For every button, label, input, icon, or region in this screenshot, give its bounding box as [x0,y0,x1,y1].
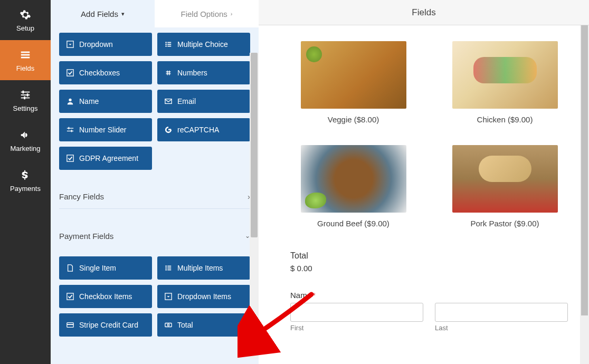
svg-rect-31 [67,293,73,300]
field-recaptcha[interactable]: reCAPTCHA [157,118,250,141]
field-multiple-choice[interactable]: Multiple Choice [157,33,250,56]
list-ul-icon [165,264,172,272]
tab-label: Field Options [180,9,227,18]
product-label: Veggie ($8.00) [328,115,379,124]
name-field: Name* First Last [290,291,568,332]
svg-rect-21 [69,127,70,129]
svg-rect-13 [167,44,171,45]
svg-rect-30 [167,270,171,271]
field-checkboxes[interactable]: Checkboxes [59,61,152,84]
field-single-item[interactable]: Single Item [59,256,152,280]
product-label: Ground Beef ($9.00) [317,219,390,228]
last-name-input[interactable] [435,303,568,322]
svg-rect-26 [167,266,171,267]
caret-square-icon [66,41,74,48]
label-text: Name [290,291,311,300]
user-icon [66,98,74,105]
field-name[interactable]: Name [59,90,152,113]
list-ul-icon [165,41,172,48]
field-dropdown-items[interactable]: Dropdown Items [157,285,250,308]
first-name-input[interactable] [290,303,423,322]
first-name-sublabel: First [290,324,423,332]
svg-rect-19 [67,128,73,129]
svg-rect-34 [67,324,73,325]
field-label: Multiple Items [177,264,223,272]
svg-rect-15 [167,46,171,47]
field-numbers[interactable]: Numbers [157,61,250,84]
fields-list: Dropdown Multiple Choice Checkboxes Numb… [51,27,259,364]
svg-rect-22 [71,130,72,132]
svg-rect-20 [67,131,73,131]
field-label: GDPR Agreement [79,154,138,162]
svg-rect-7 [27,93,28,97]
sidebar-item-payments[interactable]: Payments [0,160,51,200]
panel-tabs: Add Fields ▾ Field Options › [51,0,259,27]
svg-rect-16 [67,70,73,76]
section-payment-fields[interactable]: Payment Fields ⌄ [59,224,250,248]
product-label: Pork Pastor ($9.00) [470,219,539,228]
preview-header: Fields [259,0,589,25]
tab-field-options[interactable]: Field Options › [155,0,259,27]
svg-point-12 [165,44,167,45]
sidebar-item-setup[interactable]: Setup [0,0,51,40]
sidebar-item-label: Marketing [10,145,40,152]
preview-scrollbar-thumb[interactable] [581,25,588,315]
field-email[interactable]: Email [157,90,250,113]
sidebar-item-marketing[interactable]: Marketing [0,120,51,160]
field-multiple-items[interactable]: Multiple Items [157,256,250,280]
check-square-icon [66,69,74,76]
svg-point-17 [69,99,71,101]
product-image [452,41,558,109]
svg-rect-35 [165,323,172,327]
field-label: Numbers [177,69,207,77]
last-name-sublabel: Last [435,324,568,332]
product-grid: Veggie ($8.00) Chicken ($9.00) Ground Be… [290,41,568,228]
field-number-slider[interactable]: Number Slider [59,118,152,141]
sliders-icon [19,89,32,101]
google-icon [165,126,172,133]
dollar-icon [19,169,32,181]
product-item[interactable]: Chicken ($9.00) [442,41,568,124]
sidebar-item-fields[interactable]: Fields [0,40,51,80]
field-dropdown[interactable]: Dropdown [59,33,152,56]
svg-point-29 [165,269,167,271]
tab-label: Add Fields [81,9,118,18]
section-fancy-fields[interactable]: Fancy Fields › [59,185,250,209]
svg-point-27 [165,267,167,269]
scrollbar-thumb[interactable] [251,53,258,237]
field-label: Number Slider [79,126,126,134]
total-field[interactable]: Total $ 0.00 [290,251,568,273]
caret-square-icon [165,293,172,300]
field-label: Total [177,321,193,329]
svg-rect-4 [21,94,30,95]
product-item[interactable]: Veggie ($8.00) [290,41,416,124]
product-item[interactable]: Ground Beef ($9.00) [290,145,416,228]
sidebar-item-label: Payments [10,185,41,193]
tab-add-fields[interactable]: Add Fields ▾ [51,0,155,27]
field-total[interactable]: Total [157,313,250,337]
svg-rect-23 [168,129,171,130]
list-icon [19,49,32,61]
required-mark: * [312,291,316,300]
money-icon [165,321,172,329]
product-item[interactable]: Pork Pastor ($9.00) [442,145,568,228]
product-label: Chicken ($9.00) [477,115,533,124]
credit-card-icon [66,321,74,329]
preview-content: Veggie ($8.00) Chicken ($9.00) Ground Be… [259,25,589,364]
svg-point-10 [165,42,167,43]
total-value: $ 0.00 [290,264,568,273]
bullhorn-icon [19,129,32,141]
svg-rect-11 [167,42,171,43]
field-checkbox-items[interactable]: Checkbox Items [59,285,152,308]
svg-rect-0 [21,51,30,53]
field-label: Dropdown Items [177,292,231,301]
svg-rect-28 [167,267,171,269]
section-label: Fancy Fields [59,192,104,201]
field-label: Stripe Credit Card [79,321,138,329]
field-label: Multiple Choice [177,40,228,49]
file-icon [66,264,74,272]
field-gdpr[interactable]: GDPR Agreement [59,147,152,170]
field-stripe-credit-card[interactable]: Stripe Credit Card [59,313,152,337]
sidebar-item-settings[interactable]: Settings [0,80,51,120]
svg-rect-1 [21,54,30,55]
